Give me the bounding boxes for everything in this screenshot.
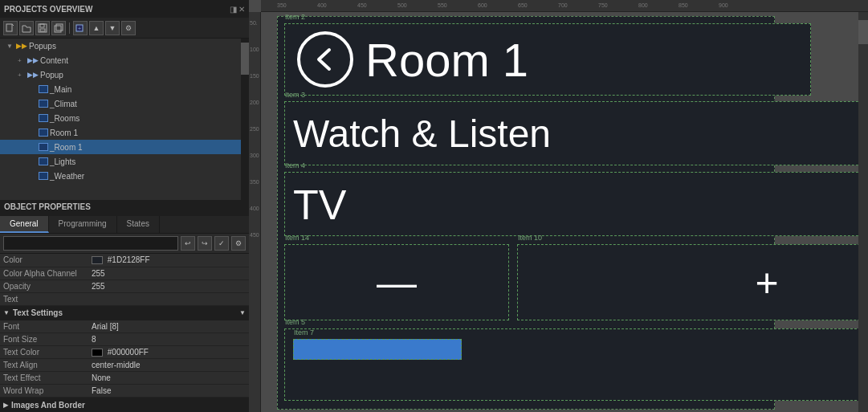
- page-icon: [39, 114, 48, 122]
- prop-font-value: Arial [8]: [88, 320, 249, 333]
- ruler-left: 50. 100 150 200 250 300 350 400 450: [249, 12, 261, 412]
- down-btn[interactable]: ▼: [105, 21, 120, 35]
- tree-popups[interactable]: ▼ ▶▶ Popups: [0, 39, 241, 53]
- settings-btn[interactable]: ⚙: [121, 21, 136, 35]
- save-project-btn[interactable]: [35, 21, 50, 35]
- item7[interactable]: Item 7: [293, 339, 462, 360]
- object-name-input[interactable]: [3, 236, 178, 251]
- prop-opacity-value: 255: [88, 279, 249, 292]
- copy-btn[interactable]: [51, 21, 66, 35]
- object-properties-section: OBJECT PROPERTIES General Programming St…: [0, 200, 249, 412]
- text-color-swatch[interactable]: [92, 349, 103, 357]
- tree-item-label: _Lights: [50, 157, 75, 166]
- prop-textalign-row: Text Align center-middle: [0, 359, 249, 372]
- prop-texteffect-value: None: [88, 372, 249, 385]
- object-properties-header: OBJECT PROPERTIES: [0, 200, 249, 216]
- item5-label: Item 5: [285, 318, 305, 326]
- prop-color-row: Color #1D2128FF: [0, 254, 249, 267]
- back-arrow-circle[interactable]: [297, 31, 353, 88]
- expand-icon: +: [18, 57, 27, 64]
- open-btn[interactable]: [19, 21, 34, 35]
- tab-programming[interactable]: Programming: [49, 216, 117, 233]
- projects-tree: ▼ ▶▶ Popups + ▶▶ Content + ▶▶ Popup _Mai…: [0, 39, 249, 200]
- undo-btn[interactable]: ↩: [181, 236, 195, 251]
- item14[interactable]: Item 14 —: [284, 244, 509, 320]
- canvas-area: 350 400 450 500 550 600 650 700 750 800 …: [249, 0, 868, 412]
- collapse-icon[interactable]: ▼: [3, 309, 10, 316]
- prop-alpha-row: Color Alpha Channel 255: [0, 267, 249, 279]
- close-panel-icon[interactable]: ✕: [238, 5, 245, 14]
- minus-symbol: —: [377, 263, 417, 303]
- add-page-btn[interactable]: +: [73, 21, 88, 35]
- confirm-btn[interactable]: ✓: [214, 236, 229, 251]
- item5[interactable]: Item 5 Item 7: [284, 328, 868, 401]
- prop-textalign-value: center-middle: [88, 359, 249, 372]
- prop-fontsize-row: Font Size 8: [0, 333, 249, 346]
- prop-fontsize-label: Font Size: [0, 333, 88, 346]
- pin-icon[interactable]: ◨: [230, 5, 237, 14]
- prop-wordwrap-value: False: [88, 385, 249, 398]
- images-border-header: ▶ Images And Border: [0, 398, 249, 412]
- tree-popup[interactable]: + ▶▶ Popup: [0, 67, 241, 82]
- minus-content: —: [285, 245, 508, 320]
- prop-font-label: Font: [0, 320, 88, 333]
- tab-states[interactable]: States: [117, 216, 160, 233]
- item2-label: Item 2: [285, 13, 305, 21]
- folder-icon: ▶▶: [16, 40, 27, 51]
- scrollbar-thumb: [241, 43, 249, 75]
- item10-label: Item 10: [518, 234, 542, 242]
- svg-rect-4: [40, 29, 45, 31]
- prop-text-value: [88, 292, 249, 305]
- page-icon: [39, 100, 48, 108]
- object-properties-title: OBJECT PROPERTIES: [4, 202, 91, 211]
- tree-main[interactable]: _Main: [0, 82, 241, 96]
- redo-btn[interactable]: ↪: [198, 236, 212, 251]
- properties-tabs: General Programming States: [0, 216, 249, 234]
- prop-color-value: #1D2128FF: [88, 254, 249, 267]
- prop-text-label: Text: [0, 292, 88, 305]
- tree-lights[interactable]: _Lights: [0, 154, 241, 169]
- color-swatch[interactable]: [92, 256, 103, 264]
- item7-label: Item 7: [294, 328, 314, 337]
- page-icon: [39, 143, 48, 151]
- page-icon: [39, 128, 48, 137]
- prop-textcolor-value: #000000FF: [88, 346, 249, 359]
- item2-content: Room 1: [285, 24, 810, 95]
- gear-btn[interactable]: ⚙: [231, 236, 246, 251]
- item3-label: Item 3: [285, 91, 305, 99]
- tv-text: TV: [285, 182, 354, 228]
- tree-scrollbar[interactable]: [241, 39, 249, 200]
- item4[interactable]: Item 4 TV: [284, 172, 868, 236]
- up-btn[interactable]: ▲: [89, 21, 104, 35]
- watch-listen-text: Watch & Listen: [293, 112, 551, 156]
- item14-label: Item 14: [285, 234, 309, 242]
- page-icon: [39, 157, 48, 165]
- tab-general[interactable]: General: [0, 216, 49, 233]
- tree-item-label: _Room 1: [50, 143, 83, 152]
- item3[interactable]: Item 3 Watch & Listen: [284, 101, 868, 165]
- svg-rect-5: [56, 24, 63, 31]
- tree-rooms[interactable]: _Rooms: [0, 111, 241, 125]
- tree-item-label: Popup: [40, 71, 63, 80]
- tree-room1[interactable]: Room 1: [0, 125, 241, 140]
- canvas-scrollbar-right[interactable]: [858, 12, 868, 412]
- prop-text-row: Text: [0, 292, 249, 305]
- svg-rect-3: [40, 24, 44, 27]
- images-collapse-icon[interactable]: ▶: [3, 402, 8, 409]
- item10[interactable]: Item 10 +: [517, 244, 868, 320]
- tree-content[interactable]: + ▶▶ Content: [0, 53, 241, 67]
- tree-climat[interactable]: _Climat: [0, 96, 241, 111]
- text-settings-label: Text Settings: [13, 308, 63, 317]
- projects-toolbar: + ▲ ▼ ⚙: [0, 18, 249, 39]
- left-panel: PROJECTS OVERVIEW ◨ ✕ + ▲ ▼ ⚙ ▼: [0, 0, 249, 412]
- text-settings-dropdown-icon[interactable]: ▼: [239, 309, 246, 316]
- prop-font-row: Font Arial [8]: [0, 320, 249, 333]
- properties-table: Color #1D2128FF Color Alpha Channel 255 …: [0, 254, 249, 306]
- room-title: Room 1: [365, 33, 528, 87]
- plus-symbol: +: [755, 263, 778, 303]
- tree-room1b[interactable]: _Room 1: [0, 140, 241, 154]
- item2[interactable]: Item 2 Room 1: [284, 23, 811, 96]
- tree-item-label: _Weather: [50, 172, 84, 181]
- tree-weather[interactable]: _Weather: [0, 169, 241, 183]
- new-btn[interactable]: [3, 21, 18, 35]
